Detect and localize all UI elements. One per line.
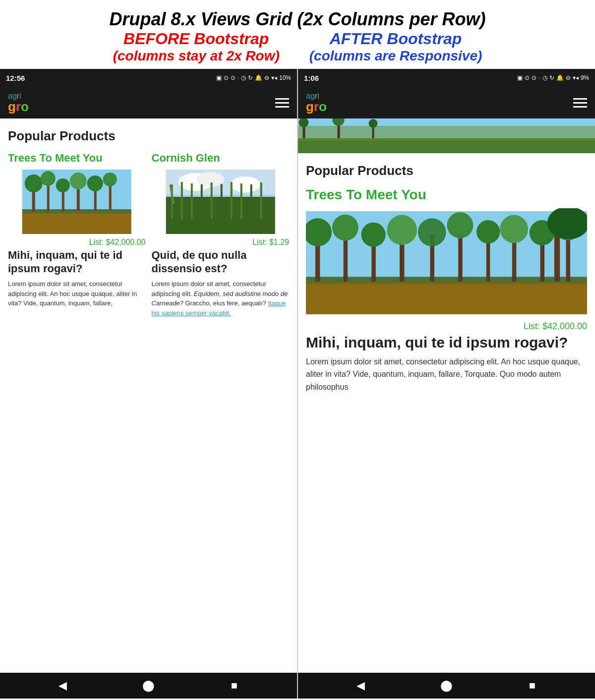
products-grid-right: Trees To Meet You: [306, 186, 587, 393]
camera2-icon: ⊙: [231, 74, 236, 81]
logo-right: agri gro: [306, 92, 327, 113]
svg-rect-42: [306, 281, 587, 314]
product-desc-title-1: Mihi, inquam, qui te id ipsum rogavi?: [8, 249, 146, 275]
home-button-left[interactable]: ⬤: [139, 676, 159, 696]
svg-point-51: [387, 215, 416, 244]
product-card-right: Trees To Meet You: [306, 186, 587, 393]
svg-rect-34: [298, 126, 595, 141]
after-sub: (columns are Responsive): [309, 48, 482, 64]
svg-point-55: [447, 212, 473, 238]
hamburger-line-3: [275, 106, 289, 108]
product-price-1: List: $42,000.00: [8, 238, 146, 247]
product-body-1: Lorem ipsum dolor sit amet, consectetur …: [8, 279, 146, 308]
logo-left: agri gro: [8, 92, 29, 113]
wifi-icon-r: ▾◂: [573, 74, 579, 81]
svg-point-8: [56, 178, 70, 192]
minus-icon: ⊖: [264, 74, 269, 81]
logo-rgro-g: g: [306, 99, 314, 114]
svg-rect-25: [200, 184, 202, 219]
back-button-right[interactable]: ◀: [351, 676, 371, 696]
screenshot-icon: ▣: [216, 74, 222, 81]
content-right: Popular Products Trees To Meet You: [298, 153, 595, 673]
product-title-2: Cornish Glen: [152, 152, 290, 165]
svg-rect-27: [220, 184, 222, 219]
status-bar-right: 1:06 ▣ ⊙ ⊙ · ◷ ↻ 🔔 ⊖ ▾◂ 9%: [298, 69, 595, 87]
before-sub: (columns stay at 2x Row): [113, 48, 280, 64]
content-left: Popular Products Trees To Meet You: [0, 118, 297, 673]
nav-bar-right: ◀ ⬤ ■: [298, 673, 595, 699]
battery-right: 9%: [581, 74, 589, 81]
screenshot-icon-r: ▣: [517, 74, 523, 81]
before-panel: 12:56 ▣ ⊙ ⊙ · ◷ ↻ 🔔 ⊖ ▾◂ 10% agri gr: [0, 69, 298, 699]
dot-icon: ·: [238, 74, 239, 81]
products-grid-left: Trees To Meet You: [8, 152, 289, 318]
svg-rect-43: [306, 277, 587, 283]
home-button-right[interactable]: ⬤: [437, 676, 457, 696]
hamburger-line-r3: [573, 106, 587, 108]
camera2-icon-r: ⊙: [532, 74, 536, 81]
status-icons-left: ▣ ⊙ ⊙ · ◷ ↻ 🔔 ⊖ ▾◂ 10%: [216, 74, 291, 81]
bell-icon-r: 🔔: [556, 74, 564, 81]
nav-bar-left: ◀ ⬤ ■: [0, 673, 297, 699]
svg-point-59: [500, 215, 528, 243]
body-normal-2b: Graccho, eius fere, aequalı?: [183, 299, 268, 307]
product-desc-title-right: Mihi, inquam, qui te id ipsum rogavi?: [306, 334, 587, 351]
main-title: Drupal 8.x Views Grid (2x Columns per Ro…: [5, 9, 590, 30]
comparison-container: 12:56 ▣ ⊙ ⊙ · ◷ ↻ 🔔 ⊖ ▾◂ 10% agri gr: [0, 69, 595, 699]
svg-rect-26: [210, 182, 212, 219]
back-button-left[interactable]: ◀: [53, 676, 73, 696]
hero-strip: [298, 118, 595, 153]
status-icons-right: ▣ ⊙ ⊙ · ◷ ↻ 🔔 ⊖ ▾◂ 9%: [517, 74, 589, 81]
product-body-2: Lorem ipsum dolor sit amet, consectetur …: [152, 279, 290, 318]
logo-gro-r: r: [16, 99, 21, 114]
product-desc-title-2: Quid, de quo nulla dissensio est?: [152, 249, 290, 275]
product-title-1: Trees To Meet You: [8, 152, 146, 165]
svg-rect-28: [230, 182, 232, 219]
time-right: 1:06: [304, 74, 319, 82]
product-image-2: [152, 170, 290, 234]
product-image-right: [306, 208, 587, 317]
hamburger-line-2: [275, 102, 289, 104]
svg-rect-31: [260, 182, 262, 219]
dot-icon-r: ·: [538, 74, 540, 81]
recents-button-right[interactable]: ■: [523, 676, 542, 696]
bell-icon: 🔔: [255, 74, 262, 81]
product-price-right: List: $42,000.00: [306, 321, 587, 332]
clock-icon-r: ◷: [542, 74, 547, 81]
svg-point-14: [103, 173, 117, 186]
after-label: AFTER Bootstrap: [309, 30, 482, 48]
minus-icon-r: ⊖: [566, 74, 571, 81]
battery-left: 10%: [279, 74, 291, 81]
svg-rect-1: [22, 212, 131, 234]
svg-point-53: [418, 218, 446, 246]
product-card-2: Cornish Glen: [152, 152, 290, 318]
svg-point-19: [230, 176, 260, 192]
after-panel: 1:06 ▣ ⊙ ⊙ · ◷ ↻ 🔔 ⊖ ▾◂ 9% agri gro: [298, 69, 595, 699]
section-title-left: Popular Products: [8, 128, 289, 144]
app-header-right: agri gro: [298, 87, 595, 118]
recents-button-left[interactable]: ■: [225, 676, 244, 696]
hamburger-line-r1: [573, 98, 587, 100]
refresh-icon-r: ↻: [549, 74, 554, 81]
wifi-icon: ▾◂: [271, 74, 277, 81]
svg-rect-29: [240, 183, 242, 219]
camera-icon-r: ⊙: [525, 74, 530, 81]
svg-point-57: [476, 220, 500, 243]
logo-rgro-o: o: [319, 99, 327, 114]
product-price-2: List: $1.29: [152, 238, 290, 247]
logo-gro-o: o: [21, 99, 29, 114]
clock-icon: ◷: [241, 74, 246, 81]
svg-point-6: [41, 171, 56, 186]
hamburger-line-1: [275, 98, 289, 100]
svg-point-47: [332, 214, 358, 240]
product-card-1: Trees To Meet You: [8, 152, 146, 318]
hamburger-menu-right[interactable]: [573, 98, 587, 108]
product-body-right: Lorem ipsum dolor sit amet, consectetur …: [306, 355, 587, 394]
product-title-right: Trees To Meet You: [306, 186, 587, 203]
svg-point-10: [70, 173, 87, 189]
refresh-icon: ↻: [248, 74, 253, 81]
svg-rect-24: [190, 183, 192, 219]
section-title-right: Popular Products: [306, 163, 587, 178]
hamburger-menu-left[interactable]: [275, 98, 289, 108]
svg-point-49: [361, 222, 386, 246]
